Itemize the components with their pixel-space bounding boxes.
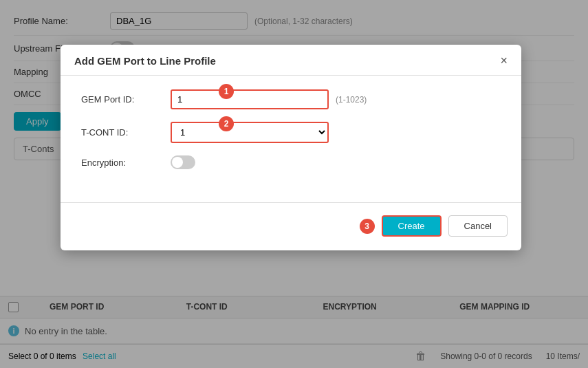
- tcont-id-wrap: 1 2 3: [171, 122, 329, 143]
- gem-port-id-wrap: (1-1023): [171, 89, 367, 109]
- cancel-button[interactable]: Cancel: [448, 215, 508, 237]
- gem-port-id-label: GEM Port ID:: [81, 94, 171, 105]
- step-2-badge: 2: [219, 116, 234, 131]
- modal-header: Add GEM Port to Line Profile ×: [61, 45, 521, 76]
- gem-port-id-row: 1 GEM Port ID: (1-1023): [81, 89, 501, 109]
- modal: Add GEM Port to Line Profile × 1 GEM Por…: [61, 45, 521, 250]
- modal-body: 1 GEM Port ID: (1-1023) 2 T-CONT ID: 1 2…: [61, 76, 521, 195]
- step3-wrap: 3 Create: [360, 215, 442, 237]
- encryption-label: Encryption:: [81, 158, 171, 168]
- gem-port-id-hint: (1-1023): [336, 95, 367, 105]
- modal-close-button[interactable]: ×: [500, 54, 508, 67]
- step-3-badge: 3: [360, 219, 375, 234]
- tcont-id-label: T-CONT ID:: [81, 127, 171, 138]
- encryption-toggle[interactable]: [171, 155, 195, 169]
- create-button[interactable]: Create: [382, 215, 442, 237]
- gem-port-id-input[interactable]: [171, 89, 329, 109]
- tcont-id-row: 2 T-CONT ID: 1 2 3: [81, 122, 501, 143]
- step-1-badge: 1: [219, 84, 234, 99]
- encryption-row: Encryption:: [81, 155, 501, 169]
- modal-footer: 3 Create Cancel: [61, 215, 521, 237]
- modal-divider: [61, 202, 521, 203]
- tcont-id-select[interactable]: 1 2 3: [171, 122, 329, 143]
- modal-title: Add GEM Port to Line Profile: [74, 55, 216, 67]
